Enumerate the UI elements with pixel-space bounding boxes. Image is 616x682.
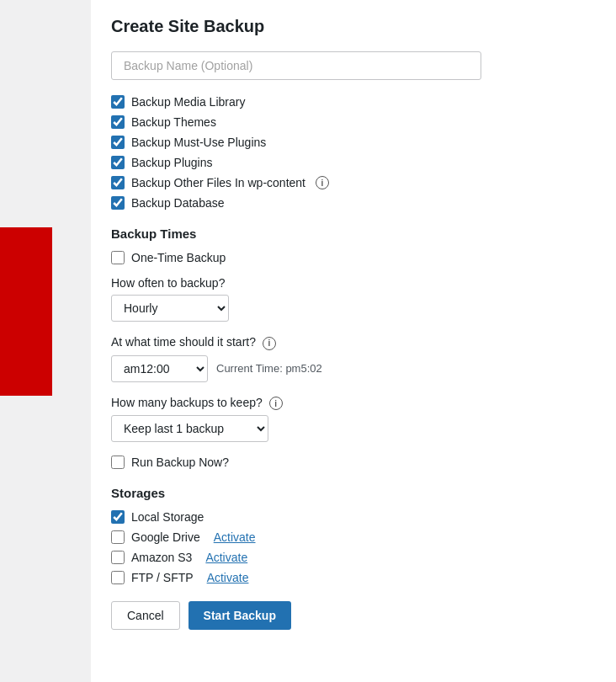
- checkbox-must-use-input[interactable]: [111, 136, 125, 149]
- storage-gdrive: Google Drive Activate: [111, 530, 596, 544]
- checkbox-must-use-label: Backup Must-Use Plugins: [131, 136, 266, 149]
- other-files-info-icon[interactable]: i: [316, 176, 329, 189]
- checkbox-must-use-plugins[interactable]: Backup Must-Use Plugins: [111, 136, 596, 149]
- one-time-backup-label: One-Time Backup: [131, 251, 226, 264]
- storage-s3-activate[interactable]: Activate: [205, 551, 247, 564]
- backup-name-input[interactable]: [111, 51, 481, 80]
- storage-ftp-checkbox[interactable]: [111, 571, 125, 584]
- how-many-dropdown[interactable]: Keep last 1 backup Keep last 2 backups K…: [111, 415, 268, 442]
- checkbox-media-library[interactable]: Backup Media Library: [111, 95, 596, 109]
- checkbox-other-files[interactable]: Backup Other Files In wp-content i: [111, 176, 596, 189]
- storage-local-checkbox[interactable]: [111, 510, 125, 524]
- buttons-row: Cancel Start Backup: [111, 601, 596, 630]
- page-title: Create Site Backup: [111, 17, 596, 36]
- storage-gdrive-checkbox[interactable]: [111, 530, 125, 544]
- start-time-dropdown[interactable]: am12:00 am1:00 am2:00 pm12:00: [111, 355, 208, 382]
- storage-ftp: FTP / SFTP Activate: [111, 571, 596, 584]
- sidebar: [0, 0, 91, 682]
- how-often-label: How often to backup?: [111, 276, 596, 290]
- storage-s3: Amazon S3 Activate: [111, 551, 596, 564]
- backup-times-title: Backup Times: [111, 226, 596, 241]
- one-time-backup-checkbox[interactable]: [111, 251, 125, 264]
- checkbox-other-files-input[interactable]: [111, 176, 125, 189]
- red-accent-block: [0, 227, 52, 396]
- storage-ftp-label: FTP / SFTP: [131, 571, 194, 584]
- storages-title: Storages: [111, 486, 596, 500]
- how-often-block: How often to backup? Hourly Daily Weekly…: [111, 276, 596, 322]
- start-time-info-icon[interactable]: i: [263, 337, 276, 350]
- checkbox-media-library-label: Backup Media Library: [131, 95, 245, 109]
- checkbox-database-input[interactable]: [111, 196, 125, 210]
- checkbox-database-label: Backup Database: [131, 196, 225, 210]
- storage-gdrive-activate[interactable]: Activate: [214, 530, 256, 544]
- how-many-info-icon[interactable]: i: [269, 397, 283, 410]
- checkbox-themes-input[interactable]: [111, 115, 125, 129]
- storage-s3-label: Amazon S3: [131, 551, 192, 564]
- run-backup-label: Run Backup Now?: [131, 456, 229, 469]
- checkbox-themes-label: Backup Themes: [131, 115, 216, 129]
- current-time-display: Current Time: pm5:02: [216, 362, 322, 375]
- page-wrapper: Create Site Backup Backup Media Library …: [0, 0, 616, 682]
- checkbox-plugins[interactable]: Backup Plugins: [111, 156, 596, 169]
- storage-gdrive-label: Google Drive: [131, 530, 200, 544]
- checkbox-themes[interactable]: Backup Themes: [111, 115, 596, 129]
- storage-ftp-activate[interactable]: Activate: [207, 571, 249, 584]
- how-many-block: How many backups to keep? i Keep last 1 …: [111, 396, 596, 443]
- checkbox-media-library-input[interactable]: [111, 95, 125, 109]
- how-many-label: How many backups to keep? i: [111, 396, 596, 411]
- how-often-dropdown[interactable]: Hourly Daily Weekly Monthly: [111, 295, 229, 322]
- storage-s3-checkbox[interactable]: [111, 551, 125, 564]
- start-time-label: At what time should it start? i: [111, 335, 596, 350]
- time-row: am12:00 am1:00 am2:00 pm12:00 Current Ti…: [111, 355, 596, 382]
- backup-times-section: Backup Times One-Time Backup How often t…: [111, 226, 596, 469]
- backup-options-group: Backup Media Library Backup Themes Backu…: [111, 95, 596, 210]
- storages-section: Storages Local Storage Google Drive Acti…: [111, 486, 596, 584]
- cancel-button[interactable]: Cancel: [111, 601, 180, 630]
- run-backup-checkbox[interactable]: [111, 456, 125, 469]
- run-backup-row: Run Backup Now?: [111, 456, 596, 469]
- checkbox-other-files-label: Backup Other Files In wp-content: [131, 176, 305, 189]
- start-time-block: At what time should it start? i am12:00 …: [111, 335, 596, 382]
- storage-local-label: Local Storage: [131, 510, 204, 524]
- checkbox-database[interactable]: Backup Database: [111, 196, 596, 210]
- main-content: Create Site Backup Backup Media Library …: [91, 0, 616, 682]
- checkbox-plugins-input[interactable]: [111, 156, 125, 169]
- start-backup-button[interactable]: Start Backup: [189, 601, 291, 630]
- one-time-backup-row: One-Time Backup: [111, 251, 596, 264]
- storage-local: Local Storage: [111, 510, 596, 524]
- checkbox-plugins-label: Backup Plugins: [131, 156, 213, 169]
